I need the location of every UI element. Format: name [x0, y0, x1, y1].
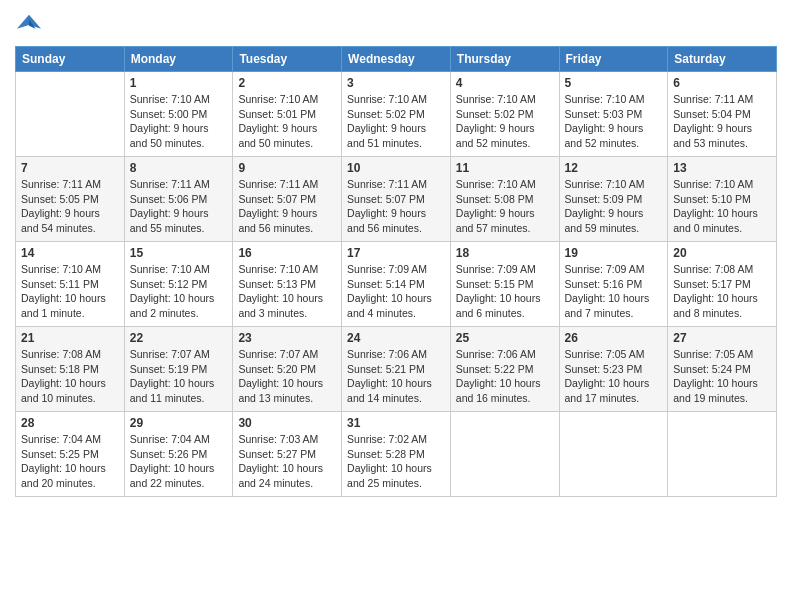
sunrise-text: Sunrise: 7:10 AM — [456, 177, 554, 192]
day-number: 10 — [347, 161, 445, 175]
calendar-cell: 24Sunrise: 7:06 AMSunset: 5:21 PMDayligh… — [342, 327, 451, 412]
day-number: 26 — [565, 331, 663, 345]
day-header-tuesday: Tuesday — [233, 47, 342, 72]
week-row-4: 21Sunrise: 7:08 AMSunset: 5:18 PMDayligh… — [16, 327, 777, 412]
day-number: 8 — [130, 161, 228, 175]
sunrise-text: Sunrise: 7:07 AM — [238, 347, 336, 362]
day-header-wednesday: Wednesday — [342, 47, 451, 72]
day-info: Sunrise: 7:10 AMSunset: 5:02 PMDaylight:… — [347, 92, 445, 151]
sunset-text: Sunset: 5:21 PM — [347, 362, 445, 377]
sunset-text: Sunset: 5:15 PM — [456, 277, 554, 292]
sunset-text: Sunset: 5:24 PM — [673, 362, 771, 377]
day-info: Sunrise: 7:07 AMSunset: 5:19 PMDaylight:… — [130, 347, 228, 406]
daylight-text: Daylight: 9 hours and 52 minutes. — [565, 121, 663, 150]
day-info: Sunrise: 7:11 AMSunset: 5:04 PMDaylight:… — [673, 92, 771, 151]
day-number: 20 — [673, 246, 771, 260]
calendar-cell: 14Sunrise: 7:10 AMSunset: 5:11 PMDayligh… — [16, 242, 125, 327]
day-number: 3 — [347, 76, 445, 90]
day-info: Sunrise: 7:10 AMSunset: 5:01 PMDaylight:… — [238, 92, 336, 151]
daylight-text: Daylight: 10 hours and 13 minutes. — [238, 376, 336, 405]
day-info: Sunrise: 7:10 AMSunset: 5:13 PMDaylight:… — [238, 262, 336, 321]
calendar-cell: 12Sunrise: 7:10 AMSunset: 5:09 PMDayligh… — [559, 157, 668, 242]
daylight-text: Daylight: 10 hours and 17 minutes. — [565, 376, 663, 405]
sunrise-text: Sunrise: 7:09 AM — [565, 262, 663, 277]
sunset-text: Sunset: 5:19 PM — [130, 362, 228, 377]
sunrise-text: Sunrise: 7:10 AM — [673, 177, 771, 192]
sunset-text: Sunset: 5:20 PM — [238, 362, 336, 377]
day-info: Sunrise: 7:02 AMSunset: 5:28 PMDaylight:… — [347, 432, 445, 491]
day-header-sunday: Sunday — [16, 47, 125, 72]
daylight-text: Daylight: 10 hours and 16 minutes. — [456, 376, 554, 405]
day-number: 7 — [21, 161, 119, 175]
day-number: 1 — [130, 76, 228, 90]
sunrise-text: Sunrise: 7:04 AM — [130, 432, 228, 447]
day-info: Sunrise: 7:10 AMSunset: 5:00 PMDaylight:… — [130, 92, 228, 151]
sunrise-text: Sunrise: 7:10 AM — [347, 92, 445, 107]
day-info: Sunrise: 7:09 AMSunset: 5:14 PMDaylight:… — [347, 262, 445, 321]
daylight-text: Daylight: 9 hours and 54 minutes. — [21, 206, 119, 235]
day-number: 6 — [673, 76, 771, 90]
sunrise-text: Sunrise: 7:03 AM — [238, 432, 336, 447]
daylight-text: Daylight: 9 hours and 59 minutes. — [565, 206, 663, 235]
calendar-cell — [16, 72, 125, 157]
calendar-cell: 16Sunrise: 7:10 AMSunset: 5:13 PMDayligh… — [233, 242, 342, 327]
logo-icon — [15, 10, 43, 38]
week-row-5: 28Sunrise: 7:04 AMSunset: 5:25 PMDayligh… — [16, 412, 777, 497]
sunset-text: Sunset: 5:05 PM — [21, 192, 119, 207]
daylight-text: Daylight: 10 hours and 0 minutes. — [673, 206, 771, 235]
sunrise-text: Sunrise: 7:06 AM — [456, 347, 554, 362]
day-number: 9 — [238, 161, 336, 175]
sunset-text: Sunset: 5:23 PM — [565, 362, 663, 377]
day-number: 22 — [130, 331, 228, 345]
day-number: 19 — [565, 246, 663, 260]
sunset-text: Sunset: 5:02 PM — [456, 107, 554, 122]
day-info: Sunrise: 7:10 AMSunset: 5:11 PMDaylight:… — [21, 262, 119, 321]
daylight-text: Daylight: 9 hours and 51 minutes. — [347, 121, 445, 150]
day-number: 15 — [130, 246, 228, 260]
day-info: Sunrise: 7:10 AMSunset: 5:03 PMDaylight:… — [565, 92, 663, 151]
sunset-text: Sunset: 5:07 PM — [347, 192, 445, 207]
daylight-text: Daylight: 9 hours and 55 minutes. — [130, 206, 228, 235]
sunrise-text: Sunrise: 7:11 AM — [21, 177, 119, 192]
sunrise-text: Sunrise: 7:11 AM — [130, 177, 228, 192]
day-info: Sunrise: 7:04 AMSunset: 5:25 PMDaylight:… — [21, 432, 119, 491]
day-number: 18 — [456, 246, 554, 260]
day-number: 27 — [673, 331, 771, 345]
sunrise-text: Sunrise: 7:06 AM — [347, 347, 445, 362]
day-info: Sunrise: 7:06 AMSunset: 5:22 PMDaylight:… — [456, 347, 554, 406]
day-number: 25 — [456, 331, 554, 345]
sunset-text: Sunset: 5:12 PM — [130, 277, 228, 292]
calendar-cell — [559, 412, 668, 497]
day-info: Sunrise: 7:08 AMSunset: 5:17 PMDaylight:… — [673, 262, 771, 321]
daylight-text: Daylight: 10 hours and 24 minutes. — [238, 461, 336, 490]
day-number: 14 — [21, 246, 119, 260]
day-header-thursday: Thursday — [450, 47, 559, 72]
day-info: Sunrise: 7:07 AMSunset: 5:20 PMDaylight:… — [238, 347, 336, 406]
sunrise-text: Sunrise: 7:11 AM — [347, 177, 445, 192]
sunrise-text: Sunrise: 7:02 AM — [347, 432, 445, 447]
calendar-cell: 7Sunrise: 7:11 AMSunset: 5:05 PMDaylight… — [16, 157, 125, 242]
calendar-cell: 29Sunrise: 7:04 AMSunset: 5:26 PMDayligh… — [124, 412, 233, 497]
daylight-text: Daylight: 10 hours and 7 minutes. — [565, 291, 663, 320]
calendar-cell: 10Sunrise: 7:11 AMSunset: 5:07 PMDayligh… — [342, 157, 451, 242]
sunrise-text: Sunrise: 7:04 AM — [21, 432, 119, 447]
calendar-cell: 27Sunrise: 7:05 AMSunset: 5:24 PMDayligh… — [668, 327, 777, 412]
day-number: 13 — [673, 161, 771, 175]
calendar-cell: 19Sunrise: 7:09 AMSunset: 5:16 PMDayligh… — [559, 242, 668, 327]
calendar-cell: 5Sunrise: 7:10 AMSunset: 5:03 PMDaylight… — [559, 72, 668, 157]
day-info: Sunrise: 7:11 AMSunset: 5:07 PMDaylight:… — [347, 177, 445, 236]
day-info: Sunrise: 7:10 AMSunset: 5:02 PMDaylight:… — [456, 92, 554, 151]
sunset-text: Sunset: 5:17 PM — [673, 277, 771, 292]
calendar-cell: 28Sunrise: 7:04 AMSunset: 5:25 PMDayligh… — [16, 412, 125, 497]
sunset-text: Sunset: 5:22 PM — [456, 362, 554, 377]
sunset-text: Sunset: 5:10 PM — [673, 192, 771, 207]
sunset-text: Sunset: 5:18 PM — [21, 362, 119, 377]
calendar-cell: 9Sunrise: 7:11 AMSunset: 5:07 PMDaylight… — [233, 157, 342, 242]
daylight-text: Daylight: 9 hours and 53 minutes. — [673, 121, 771, 150]
logo — [15, 10, 47, 38]
daylight-text: Daylight: 10 hours and 8 minutes. — [673, 291, 771, 320]
day-number: 21 — [21, 331, 119, 345]
calendar-cell: 3Sunrise: 7:10 AMSunset: 5:02 PMDaylight… — [342, 72, 451, 157]
sunset-text: Sunset: 5:11 PM — [21, 277, 119, 292]
daylight-text: Daylight: 10 hours and 10 minutes. — [21, 376, 119, 405]
